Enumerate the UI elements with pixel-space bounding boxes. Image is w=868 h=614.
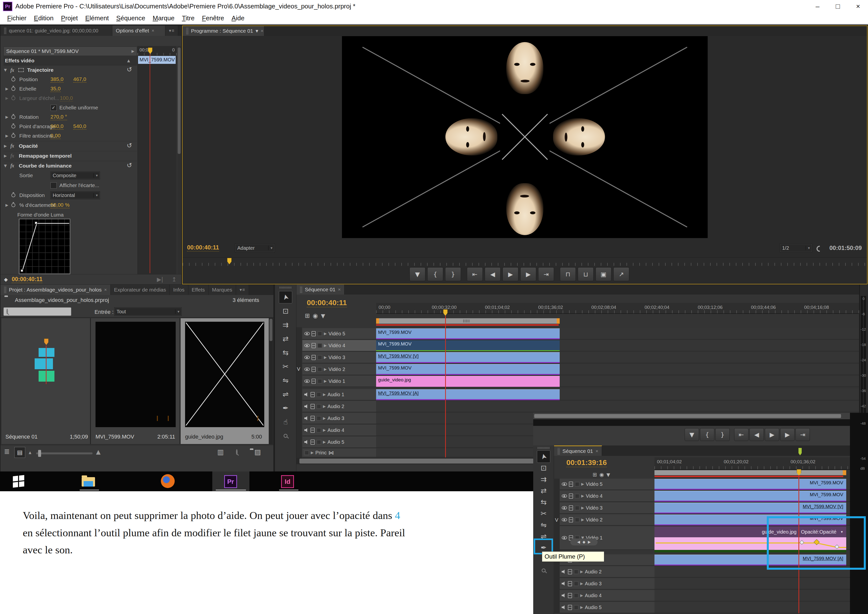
lock-slot[interactable] [575, 482, 580, 487]
automate-sequence-icon[interactable]: ▥ [217, 448, 224, 456]
ov-track-header-video-3[interactable]: ▶Vidéo 3 [560, 502, 654, 514]
expand-icon[interactable]: ▶ [580, 593, 583, 598]
effect-timeremap-row[interactable]: ▶ fx Remappage temporel [3, 151, 137, 160]
tab-markers[interactable]: Marques [209, 285, 236, 295]
prev-keyframe-icon[interactable]: ◀ [577, 540, 580, 544]
sync-lock-icon[interactable] [310, 404, 315, 409]
track-header-audio-5[interactable]: ▶Audio 5 [302, 437, 376, 448]
ripple-edit-tool[interactable]: ⇉ [279, 319, 292, 331]
work-area-left-cap[interactable] [376, 318, 379, 324]
caret-icon[interactable]: ▾ [256, 28, 258, 34]
entry-filter-dropdown[interactable]: Tout▾ [114, 307, 181, 316]
step-back-button[interactable]: ◀ [485, 267, 501, 281]
ov-rate-stretch-tool[interactable]: ⇆ [537, 496, 550, 508]
expand-icon[interactable]: ▶ [324, 331, 327, 336]
minimize-button[interactable]: – [808, 0, 828, 13]
play-button[interactable]: ▶ [502, 267, 518, 281]
param-value[interactable]: 50,00 % [51, 202, 70, 208]
ov-track-header-video-2[interactable]: ▶Vidéo 2 [560, 514, 654, 526]
effect-clip-header[interactable]: Séquence 01 * MVI_7599.MOV ▶ [3, 47, 137, 56]
menu-item-aide[interactable]: Aide [228, 13, 248, 23]
curve-handle-bottom[interactable] [20, 269, 23, 272]
lock-slot[interactable] [574, 569, 578, 574]
close-button[interactable]: × [848, 0, 868, 13]
speaker-icon[interactable] [304, 440, 309, 444]
program-timecode[interactable]: 00:00:40:11 [187, 244, 219, 251]
lock-slot[interactable] [318, 331, 322, 336]
effects-mini-timeline[interactable] [138, 46, 177, 274]
selection-tool[interactable]: ➤ [281, 293, 290, 301]
sync-lock-icon[interactable] [312, 378, 316, 384]
item-name[interactable]: guide_video.jpg [185, 434, 223, 440]
sync-lock-icon[interactable] [569, 482, 573, 487]
ov-go-to-in-button[interactable]: ⇤ [734, 428, 749, 441]
track-header-audio-4[interactable]: ▶Audio 4 [302, 425, 376, 436]
expand-icon[interactable]: ▶ [311, 450, 314, 455]
item-name[interactable]: MVI_7599.MOV [96, 434, 134, 440]
stopwatch-icon[interactable] [11, 87, 16, 91]
expand-icon[interactable]: ▶ [581, 494, 584, 498]
eye-icon[interactable] [304, 367, 310, 371]
resolution-dropdown[interactable]: 1/2▾ [780, 243, 812, 253]
lock-slot[interactable] [574, 581, 578, 586]
expand-icon[interactable]: ▶ [581, 505, 584, 510]
menu-item-sequence[interactable]: Séquence [113, 13, 149, 23]
track-header-audio-2[interactable]: ▶Audio 2 [302, 401, 376, 412]
checkbox-unchecked[interactable] [51, 182, 57, 189]
stopwatch-icon[interactable] [11, 115, 16, 119]
snap-icon[interactable]: ⊞ [305, 312, 310, 319]
sync-lock-icon[interactable] [310, 428, 315, 433]
indesign-icon[interactable]: Id [281, 475, 294, 488]
extract-button[interactable]: ⊔ [578, 267, 594, 281]
menu-item-fichier[interactable]: Fichier [3, 13, 30, 23]
track-header-audio-1[interactable]: ▶Audio 1 [302, 389, 376, 400]
ov-source-patch-v[interactable]: V [555, 517, 558, 523]
zoom-tool[interactable] [279, 429, 292, 442]
effect-opacity-row[interactable]: ▶ fx Opacité ↺ [3, 141, 137, 150]
track-header-video-1[interactable]: ▶Vidéo 1 [302, 376, 376, 387]
param-value[interactable]: 35,0 [51, 85, 60, 92]
pin-icon[interactable]: ▼ [321, 313, 325, 319]
menu-item-titre[interactable]: Titre [178, 13, 198, 23]
expand-icon[interactable]: ▶ [324, 343, 327, 348]
reset-icon[interactable]: ↺ [127, 161, 132, 169]
ov-scroll-thumb[interactable] [534, 414, 841, 418]
close-icon[interactable]: × [104, 287, 107, 293]
close-icon[interactable]: × [261, 28, 264, 34]
ov-track-select-tool[interactable]: ⊡ [537, 462, 550, 474]
reset-icon[interactable]: ↺ [127, 66, 132, 73]
playhead-line[interactable] [150, 54, 150, 273]
expand-icon[interactable]: ▶ [323, 416, 326, 420]
list-view-icon[interactable]: ≣ [4, 447, 10, 456]
ov-lane-a4[interactable] [654, 590, 850, 602]
lock-slot[interactable] [316, 428, 321, 433]
ov-play-button[interactable]: ▶ [765, 428, 779, 441]
ov-step-forward-button[interactable]: ▶ [780, 428, 795, 441]
param-value[interactable]: 270,0 ° [51, 114, 67, 120]
lock-slot[interactable] [574, 593, 578, 598]
icon-view-button[interactable]: ▤ [14, 447, 25, 458]
speaker-icon[interactable] [304, 392, 309, 397]
lock-slot[interactable] [318, 343, 322, 348]
clip-video3[interactable]: MVI_7599.MOV [V] [376, 352, 560, 363]
stopwatch-icon[interactable] [11, 78, 16, 81]
panel-menu-icon[interactable]: ▾≡ [165, 25, 178, 36]
clip-video1-guide[interactable]: guide_video.jpg [376, 376, 560, 387]
expand-icon[interactable]: ▶ [5, 87, 8, 91]
lock-slot[interactable] [316, 416, 321, 421]
track-select-tool[interactable]: ⊡ [279, 305, 292, 317]
sync-lock-icon[interactable] [568, 581, 572, 586]
tab-effects[interactable]: Effets [188, 285, 209, 295]
mark-out-button[interactable]: } [445, 267, 461, 281]
curve-handle-top[interactable] [35, 222, 37, 224]
param-value-y[interactable]: 540,0 [73, 123, 86, 130]
start-button[interactable] [13, 475, 24, 488]
ov-track-header-audio-2[interactable]: ▶Audio 2 [560, 566, 654, 578]
tab-program[interactable]: Programme : Séquence 01▾× [183, 26, 264, 36]
ov-clip-video4[interactable]: MVI_7599.MOV [654, 491, 846, 502]
zoom-in-icon[interactable]: ▲ [96, 448, 101, 455]
expand-icon[interactable]: ▶ [323, 404, 326, 409]
track-header-master[interactable]: ▶Princ⋈ [302, 448, 376, 457]
ov-lane-a3[interactable] [654, 578, 850, 589]
sync-lock-icon[interactable] [310, 416, 315, 421]
